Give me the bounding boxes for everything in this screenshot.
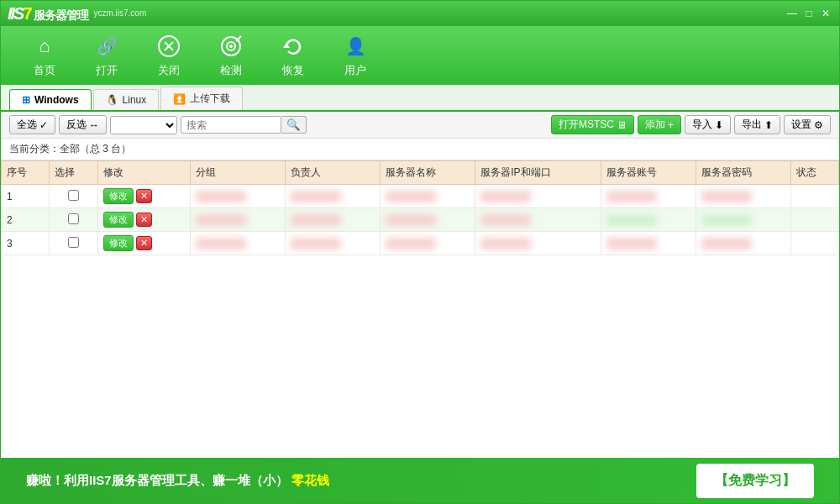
toolbar: 全选 ✓ 反选 ↔ 🔍 打开MSTSC 🖥 添加 + [1,112,839,139]
row3-edit-button[interactable]: 修改 [103,235,134,251]
nav-item-detect[interactable]: 检测 [204,28,258,83]
row2-owner [286,208,381,232]
mstsc-icon: 🖥 [617,119,627,131]
footer: 赚啦！利用IIS7服务器管理工具、赚一堆（小） 零花钱 【免费学习】 [1,458,839,503]
settings-button[interactable]: 设置 ⚙ [784,115,831,134]
row3-account [601,232,696,255]
row3-owner [286,232,381,255]
nav-label-home: 首页 [34,63,55,78]
row1-status [790,185,838,208]
row1-checkbox[interactable] [68,190,79,201]
row3-checkbox[interactable] [68,237,79,248]
row3-edit-cell: 修改 ✕ [97,232,191,255]
import-icon: ⬇ [715,119,723,131]
row1-edit-button[interactable]: 修改 [103,188,134,204]
row1-checkbox-cell [50,185,97,208]
row2-id: 2 [2,208,50,232]
row2-account [601,208,696,232]
app-subtitle: yczm.iis7.com [93,8,146,18]
row1-account [601,185,696,208]
row2-checkbox[interactable] [68,213,79,224]
row2-edit-cell: 修改 ✕ [97,208,191,232]
import-button[interactable]: 导入 ⬇ [685,115,731,134]
add-button[interactable]: 添加 + [638,115,681,134]
nav-item-close[interactable]: 关闭 [142,28,196,83]
minimize-button[interactable]: — [785,7,799,20]
tab-upload[interactable]: ⏫ 上传下载 [160,87,243,110]
check-icon: ✓ [39,119,48,131]
tab-linux[interactable]: 🐧 Linux [93,89,160,110]
row2-name [381,208,475,232]
close-button[interactable]: ✕ [819,7,832,20]
th-ip: 服务器IP和端口 [475,161,601,185]
learn-free-button[interactable]: 【免费学习】 [696,464,814,498]
nav-item-home[interactable]: ⌂ 首页 [18,28,71,83]
row3-password [696,232,790,255]
nav-label-open: 打开 [96,63,118,78]
search-input[interactable] [181,116,281,134]
main-window: IIS7 服务器管理 yczm.iis7.com — □ ✕ ⌂ 首页 🔗 打开 [0,0,840,504]
row2-edit-button[interactable]: 修改 [103,212,134,228]
close-icon [155,33,182,60]
open-icon: 🔗 [93,33,120,60]
row3-status [790,232,838,255]
row2-status [790,208,838,232]
maximize-button[interactable]: □ [802,7,816,20]
open-mstsc-button[interactable]: 打开MSTSC 🖥 [551,115,634,134]
row2-password [696,208,790,232]
export-icon: ⬆ [764,119,773,131]
server-table: 序号 选择 修改 分组 负责人 服务器名称 服务器IP和端口 服务器账号 服务器… [1,160,839,255]
row3-group [191,232,286,255]
nav-label-detect: 检测 [220,63,242,78]
titlebar-controls: — □ ✕ [785,7,832,20]
table-row: 1 修改 ✕ [2,185,839,208]
tab-windows[interactable]: ⊞ Windows [9,89,92,110]
invert-button[interactable]: 反选 ↔ [59,115,107,134]
th-name: 服务器名称 [381,161,475,185]
row1-group [191,185,286,208]
row3-del-button[interactable]: ✕ [136,236,152,250]
footer-text: 赚啦！利用IIS7服务器管理工具、赚一堆（小） 零花钱 [26,473,329,489]
th-edit: 修改 [97,161,191,185]
row1-del-button[interactable]: ✕ [136,189,152,203]
tabbar: ⊞ Windows 🐧 Linux ⏫ 上传下载 [1,85,839,112]
row1-ip [475,185,601,208]
row2-group [191,208,286,232]
row1-owner [286,185,381,208]
table-row: 2 修改 ✕ [2,208,839,232]
filter-select[interactable] [110,116,177,134]
th-status: 状态 [790,161,838,185]
toolbar-left: 全选 ✓ 反选 ↔ 🔍 [9,115,307,134]
th-select: 选择 [50,161,97,185]
navbar: ⌂ 首页 🔗 打开 关闭 [1,26,839,85]
linux-tab-label: Linux [123,94,147,106]
upload-tab-label: 上传下载 [190,92,230,106]
nav-item-restore[interactable]: 恢复 [266,28,320,83]
detect-icon [218,33,244,60]
upload-tab-icon: ⏫ [173,93,186,105]
table-header-row: 序号 选择 修改 分组 负责人 服务器名称 服务器IP和端口 服务器账号 服务器… [2,161,839,185]
table-row: 3 修改 ✕ [2,232,839,255]
row3-checkbox-cell [50,232,97,255]
row1-name [381,185,475,208]
row1-id: 1 [2,185,50,208]
row3-ip [475,232,601,255]
row2-del-button[interactable]: ✕ [136,213,152,227]
linux-tab-icon: 🐧 [106,94,118,106]
th-owner: 负责人 [286,161,381,185]
svg-point-5 [229,45,233,48]
select-all-button[interactable]: 全选 ✓ [9,115,55,134]
settings-icon: ⚙ [814,119,823,131]
add-icon: + [668,119,674,131]
export-button[interactable]: 导出 ⬆ [734,115,780,134]
restore-icon [280,33,307,60]
search-button[interactable]: 🔍 [281,116,307,134]
windows-tab-icon: ⊞ [22,94,30,106]
invert-icon: ↔ [89,119,99,131]
titlebar: IIS7 服务器管理 yczm.iis7.com — □ ✕ [1,1,839,26]
row3-id: 3 [2,232,50,255]
svg-marker-7 [283,43,290,48]
th-password: 服务器密码 [696,161,790,185]
nav-item-open[interactable]: 🔗 打开 [80,28,134,83]
nav-item-user[interactable]: 👤 用户 [328,28,382,83]
